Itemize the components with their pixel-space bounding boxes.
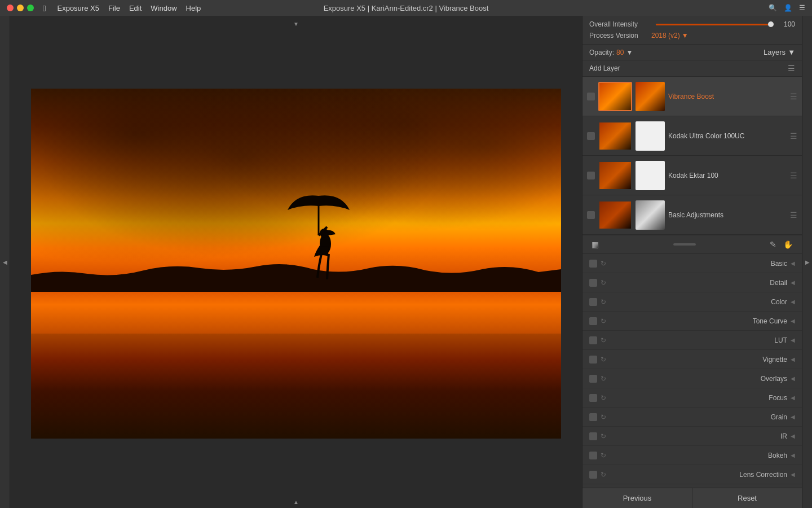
- adj-arrow-icon-vignette[interactable]: ◀: [791, 356, 795, 362]
- brush-tool-icon[interactable]: ✎: [767, 239, 779, 250]
- adj-refresh-icon-tone-curve[interactable]: ↻: [601, 317, 606, 325]
- adj-arrow-icon-grain[interactable]: ◀: [791, 414, 795, 420]
- layer-context-menu-icon[interactable]: ☰: [790, 132, 797, 141]
- adjustment-item-overlays[interactable]: ↻ Overlays ◀: [582, 369, 802, 388]
- adjustment-item-grain[interactable]: ↻ Grain ◀: [582, 408, 802, 427]
- layer-visibility-toggle[interactable]: [587, 132, 595, 140]
- adjustment-item-tone-curve[interactable]: ↻ Tone Curve ◀: [582, 312, 802, 331]
- add-layer-button[interactable]: Add Layer: [589, 64, 620, 72]
- apple-menu[interactable]: : [43, 3, 46, 13]
- adj-arrow-icon-detail[interactable]: ◀: [791, 279, 795, 286]
- adj-toggle-basic[interactable]: [589, 260, 597, 268]
- adj-arrow-icon-overlays[interactable]: ◀: [791, 375, 795, 382]
- layer-item[interactable]: Vibrance Boost ☰: [582, 77, 802, 116]
- adj-refresh-icon-overlays[interactable]: ↻: [601, 375, 606, 383]
- adjustment-item-basic[interactable]: ↻ Basic ◀: [582, 254, 802, 273]
- divider-handle: [673, 243, 696, 246]
- intensity-slider[interactable]: [656, 24, 774, 25]
- panel-bottom-buttons: Previous Reset: [582, 488, 802, 508]
- adj-toggle-tone-curve[interactable]: [589, 317, 597, 325]
- layer-visibility-toggle[interactable]: [587, 93, 595, 100]
- adj-refresh-icon-lens-correction[interactable]: ↻: [601, 471, 606, 479]
- adj-arrow-icon-focus[interactable]: ◀: [791, 395, 795, 401]
- reset-button[interactable]: Reset: [692, 488, 802, 508]
- canvas-top-bar: ▼: [10, 16, 582, 32]
- thumb-bw-bg: [636, 200, 665, 230]
- adjustment-item-lut[interactable]: ↻ LUT ◀: [582, 331, 802, 350]
- layer-thumbnail-before: [598, 200, 632, 230]
- adj-toggle-focus[interactable]: [589, 394, 597, 402]
- menu-item-file[interactable]: File: [108, 4, 120, 12]
- adjustment-item-color[interactable]: ↻ Color ◀: [582, 292, 802, 312]
- thumb-photo-bg: [599, 162, 631, 189]
- canvas-bottom-bar: ▲: [10, 496, 582, 508]
- minimize-button[interactable]: [17, 5, 24, 11]
- left-panel-toggle[interactable]: ◀: [0, 16, 10, 508]
- close-button[interactable]: [7, 5, 14, 11]
- layer-item[interactable]: Kodak Ultra Color 100UC ☰: [582, 116, 802, 156]
- menu-icon[interactable]: ☰: [799, 4, 805, 12]
- adj-refresh-icon-ir[interactable]: ↻: [601, 432, 606, 440]
- adjustment-item-bokeh[interactable]: ↻ Bokeh ◀: [582, 446, 802, 465]
- layer-thumbnail-before: [598, 121, 632, 151]
- adjustment-item-ir[interactable]: ↻ IR ◀: [582, 427, 802, 446]
- adj-arrow-icon-bokeh[interactable]: ◀: [791, 452, 795, 458]
- adj-toggle-lut[interactable]: [589, 336, 597, 344]
- adj-toggle-color[interactable]: [589, 298, 597, 306]
- adj-refresh-icon-grain[interactable]: ↻: [601, 413, 606, 421]
- adjustment-item-detail[interactable]: ↻ Detail ◀: [582, 273, 802, 292]
- menu-item-app[interactable]: Exposure X5: [57, 4, 99, 12]
- adj-toggle-detail[interactable]: [589, 279, 597, 287]
- maximize-button[interactable]: [27, 5, 34, 11]
- adj-toggle-lens-correction[interactable]: [589, 471, 597, 479]
- adj-arrow-icon-lut[interactable]: ◀: [791, 337, 795, 343]
- layer-context-menu-icon[interactable]: ☰: [790, 211, 797, 220]
- layers-panel-title[interactable]: Layers ▼: [764, 48, 795, 56]
- adj-name-detail: Detail: [611, 279, 787, 287]
- right-panel-toggle[interactable]: ▶: [802, 16, 812, 508]
- adjustment-item-focus[interactable]: ↻ Focus ◀: [582, 388, 802, 408]
- adj-arrow-icon-basic[interactable]: ◀: [791, 260, 795, 266]
- adjustment-item-lens-correction[interactable]: ↻ Lens Correction ◀: [582, 465, 802, 484]
- left-arrow-icon: ◀: [3, 259, 7, 265]
- adj-toggle-bokeh[interactable]: [589, 452, 597, 459]
- adj-arrow-icon-color[interactable]: ◀: [791, 299, 795, 305]
- opacity-chevron-icon: ▼: [626, 49, 633, 56]
- adj-refresh-icon-lut[interactable]: ↻: [601, 336, 606, 344]
- adj-refresh-icon-detail[interactable]: ↻: [601, 279, 606, 287]
- adj-arrow-icon-tone-curve[interactable]: ◀: [791, 318, 795, 324]
- adj-toggle-grain[interactable]: [589, 413, 597, 421]
- layer-visibility-toggle[interactable]: [587, 172, 595, 179]
- process-version-value[interactable]: 2018 (v2) ▼: [651, 32, 689, 40]
- opacity-label: Opacity:: [589, 49, 614, 56]
- menu-item-help[interactable]: Help: [186, 4, 201, 12]
- layers-menu-icon[interactable]: ☰: [788, 64, 795, 73]
- adj-refresh-icon-color[interactable]: ↻: [601, 298, 606, 306]
- adj-refresh-icon-vignette[interactable]: ↻: [601, 356, 606, 364]
- eraser-tool-icon[interactable]: ✋: [781, 239, 795, 250]
- layer-item[interactable]: Basic Adjustments ☰: [582, 195, 802, 235]
- previous-button[interactable]: Previous: [582, 488, 692, 508]
- layer-context-menu-icon[interactable]: ☰: [790, 171, 797, 180]
- crop-tool-icon[interactable]: ▦: [589, 239, 601, 250]
- layer-item[interactable]: Kodak Ektar 100 ☰: [582, 156, 802, 195]
- adj-refresh-icon-bokeh[interactable]: ↻: [601, 452, 606, 459]
- adj-toggle-vignette[interactable]: [589, 356, 597, 364]
- search-icon[interactable]: 🔍: [769, 4, 777, 12]
- menu-item-window[interactable]: Window: [151, 4, 176, 12]
- menu-item-edit[interactable]: Edit: [129, 4, 142, 12]
- adj-refresh-icon-focus[interactable]: ↻: [601, 394, 606, 402]
- adj-arrow-icon-ir[interactable]: ◀: [791, 433, 795, 439]
- adj-refresh-icon-basic[interactable]: ↻: [601, 260, 606, 268]
- layer-visibility-toggle[interactable]: [587, 211, 595, 219]
- opacity-value[interactable]: 80: [616, 49, 624, 56]
- layer-thumbnail-before: [598, 82, 632, 111]
- adj-arrow-icon-lens-correction[interactable]: ◀: [791, 471, 795, 478]
- layers-header: Opacity: 80 ▼ Layers ▼: [582, 45, 802, 60]
- canvas-area: ▼: [10, 16, 582, 508]
- layer-context-menu-icon[interactable]: ☰: [790, 92, 797, 101]
- adj-toggle-ir[interactable]: [589, 432, 597, 440]
- adjustment-item-vignette[interactable]: ↻ Vignette ◀: [582, 350, 802, 369]
- adj-toggle-overlays[interactable]: [589, 375, 597, 383]
- intensity-value: 100: [778, 20, 795, 28]
